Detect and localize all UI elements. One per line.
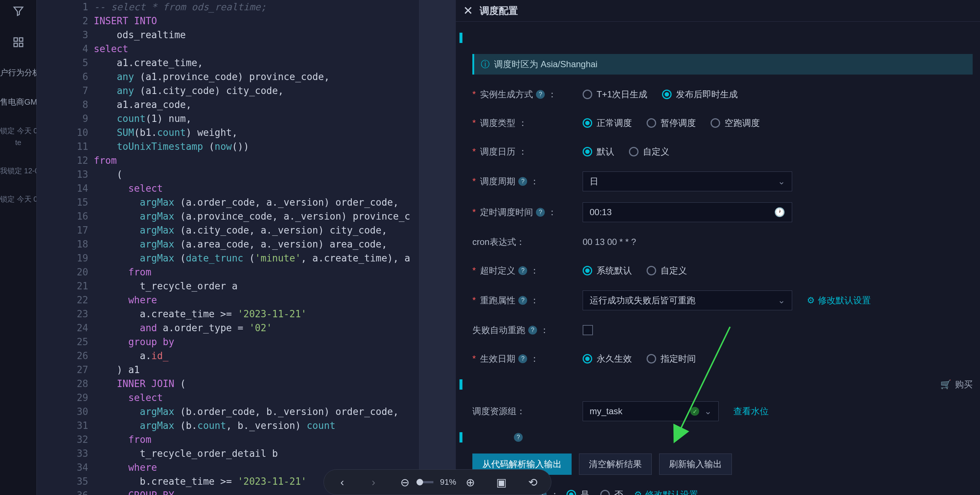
radio-auto-no[interactable]: 否 [600,489,623,495]
close-icon[interactable]: ✕ [463,4,473,17]
gear-icon: ⚙ [634,490,642,495]
label-cron: cron表达式： [473,236,525,248]
help-icon[interactable]: ? [536,208,545,217]
sidebar-item-1[interactable]: 售电商GMV分 [0,95,37,108]
sidebar-group-3[interactable]: 锁定 今天 00 [0,193,37,205]
code-content[interactable]: -- select * from ods_realtime;INSERT INT… [94,0,419,495]
filter-icon[interactable] [9,4,27,18]
svg-rect-0 [14,38,17,41]
label-sched-time: 定时调度时间 [480,206,533,218]
select-resource-group[interactable]: my_task ✓⌄ [582,401,719,421]
radio-timeout-sys[interactable]: 系统默认 [582,265,632,276]
select-period[interactable]: 日⌄ [582,171,792,191]
cron-value: 00 13 00 * * ? [582,237,636,247]
help-icon[interactable]: ? [518,354,527,363]
label-effective: 生效日期 [480,353,515,365]
line-gutter: 1234567891011121314151617181920212223242… [37,0,94,495]
btn-clear-parse[interactable]: 清空解析结果 [579,454,652,475]
panel-title: 调度配置 [480,5,518,17]
code-editor[interactable]: 1234567891011121314151617181920212223242… [37,0,456,495]
rotate-icon[interactable]: ⟲ [525,475,540,490]
status-ok-icon: ✓ [690,407,699,416]
btn-refresh-io[interactable]: 刷新输入输出 [659,454,732,475]
clock-icon: 🕐 [774,207,785,217]
radio-dryrun[interactable]: 空跑调度 [711,117,760,129]
cart-icon[interactable]: 🛒 [940,379,951,390]
select-rerun[interactable]: 运行成功或失败后皆可重跑⌄ [582,290,792,310]
help-icon[interactable]: ? [518,266,527,275]
chevron-down-icon: ⌄ [778,176,785,187]
label-period: 调度周期 [480,176,515,187]
label-sched-type: 调度类型 [480,117,515,129]
schedule-config-panel: ✕ 调度配置 ⓘ 调度时区为 Asia/Shanghai *实例生成方式 ?： … [456,0,980,495]
section-marker [460,33,463,43]
radio-eff-forever[interactable]: 永久生效 [582,353,632,365]
prev-icon[interactable]: ‹ [335,475,350,490]
link-modify-default-parse[interactable]: ⚙修改默认设置 [634,489,698,495]
radio-auto-yes[interactable]: 是 [566,489,589,495]
timezone-notice: ⓘ 调度时区为 Asia/Shanghai [473,54,973,75]
radio-eff-range[interactable]: 指定时间 [647,353,696,365]
label-auto-rerun: 失败自动重跑 [473,324,525,336]
chevron-down-icon: ⌄ [778,295,785,306]
minimap[interactable] [419,0,456,495]
radio-timeout-custom[interactable]: 自定义 [647,265,687,276]
help-icon[interactable]: ? [518,296,527,305]
help-icon[interactable]: ? [518,177,527,186]
label-timeout: 超时定义 [480,265,515,276]
grid-icon[interactable] [9,35,27,49]
zoom-out-icon[interactable]: ⊖ [398,475,412,490]
radio-pause[interactable]: 暂停调度 [647,117,696,129]
zoom-slider[interactable] [419,481,433,483]
sidebar-item-0[interactable]: 户行为分析 [0,66,37,79]
input-sched-time[interactable]: 00:13🕐 [582,202,792,222]
zoom-value: 91% [440,478,456,487]
section-marker [460,432,463,443]
gear-icon: ⚙ [807,295,815,306]
label-rerun: 重跑属性 [480,295,515,306]
fit-icon[interactable]: ▣ [494,475,509,490]
label-calendar: 调度日历 [480,146,515,157]
section-marker [460,379,463,390]
radio-cal-default[interactable]: 默认 [582,146,614,157]
svg-rect-3 [19,43,22,47]
viewer-toolbar: ‹ › ⊖ 91% ⊕ ▣ ⟲ [323,469,551,495]
help-icon[interactable]: ? [514,433,523,442]
help-icon[interactable]: ? [536,90,545,99]
link-view-watermark[interactable]: 查看水位 [733,405,768,417]
svg-rect-2 [14,43,17,47]
sidebar-group-1[interactable]: 锁定 今天 00te [0,125,37,148]
panel-header: ✕ 调度配置 [456,0,980,22]
radio-t1[interactable]: T+1次日生成 [582,89,648,100]
label-instance-gen: 实例生成方式 [480,89,533,100]
help-icon[interactable]: ? [528,326,537,335]
radio-cal-custom[interactable]: 自定义 [629,146,670,157]
sidebar-group-2[interactable]: 我锁定 12-0 [0,165,37,177]
next-icon: › [366,475,381,490]
radio-normal[interactable]: 正常调度 [582,117,632,129]
svg-rect-1 [19,38,22,41]
radio-publish-now[interactable]: 发布后即时生成 [662,89,738,100]
checkbox-auto-rerun[interactable] [582,325,593,335]
chevron-down-icon: ⌄ [704,406,712,416]
left-sidebar: 户行为分析 售电商GMV分 锁定 今天 00te 我锁定 12-0 锁定 今天 … [0,0,37,495]
link-modify-default[interactable]: ⚙修改默认设置 [807,295,871,306]
label-resource: 调度资源组： [473,405,525,417]
zoom-in-icon[interactable]: ⊕ [463,475,477,490]
info-icon: ⓘ [481,59,490,70]
